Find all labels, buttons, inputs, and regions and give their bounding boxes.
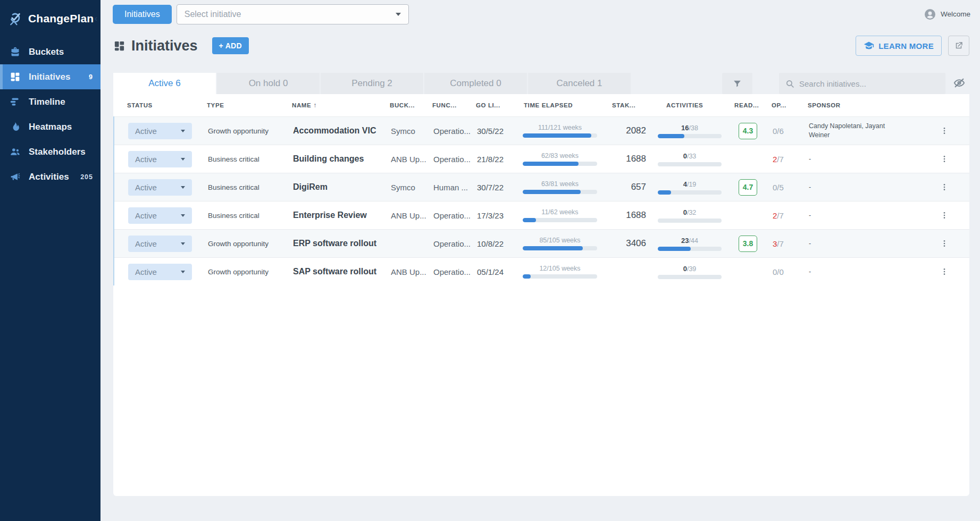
function-cell: Operatio... <box>433 127 477 136</box>
time-elapsed-fill <box>523 218 536 222</box>
status-select[interactable]: Active <box>128 264 192 280</box>
col-time-elapsed[interactable]: TIME ELAPSED <box>522 102 612 108</box>
col-go-live[interactable]: GO LI... <box>476 102 522 108</box>
col-status[interactable]: STATUS <box>127 102 207 108</box>
time-elapsed-fill <box>523 162 579 166</box>
status-cell: Active <box>128 236 208 252</box>
initiative-name[interactable]: Accommodation VIC <box>293 126 391 136</box>
activities-track <box>658 275 722 279</box>
col-type[interactable]: TYPE <box>207 102 292 108</box>
initiative-name[interactable]: Building changes <box>293 154 391 164</box>
filter-button[interactable] <box>722 73 752 94</box>
status-select[interactable]: Active <box>128 207 192 224</box>
initiative-name[interactable]: SAP software rollout <box>293 267 391 276</box>
activities-track <box>658 134 722 138</box>
row-menu-button[interactable] <box>936 264 952 280</box>
tab-pending[interactable]: Pending 2 <box>321 73 423 94</box>
row-menu-button[interactable] <box>936 179 952 195</box>
initiatives-scope-button[interactable]: Initiatives <box>113 5 172 24</box>
time-elapsed-cell: 62/83 weeks <box>523 152 613 166</box>
tab-active[interactable]: Active 6 <box>113 73 216 94</box>
initiative-name[interactable]: ERP software rollout <box>293 239 391 248</box>
sidebar: ChangePlan ‹ Buckets Initiatives 9 Timel… <box>0 0 100 521</box>
row-menu-button[interactable] <box>936 151 952 167</box>
welcome-label: Welcome <box>941 10 970 18</box>
tab-on-hold[interactable]: On hold 0 <box>217 73 320 94</box>
row-menu-button[interactable] <box>936 236 952 251</box>
sidebar-collapse-icon[interactable]: ‹ <box>95 14 97 23</box>
row-menu-button[interactable] <box>936 123 952 139</box>
readiness-cell <box>731 264 773 280</box>
sidebar-item-timeline[interactable]: Timeline <box>0 89 100 114</box>
bucket-cell: ANB Up... <box>391 155 433 164</box>
initiative-name[interactable]: Enterprise Review <box>293 211 391 220</box>
table-body: Active Growth opportunity Accommodation … <box>113 116 969 285</box>
kebab-menu-icon <box>940 155 949 163</box>
col-name[interactable]: NAME↑ <box>292 102 390 109</box>
menu-cell <box>936 151 965 167</box>
function-cell: Human ... <box>433 183 477 192</box>
readiness-cell: 3.8 <box>731 236 773 252</box>
sidebar-item-stakeholders[interactable]: Stakeholders <box>0 139 100 164</box>
learn-more-button[interactable]: LEARN MORE <box>856 36 942 56</box>
activities-cell: 0/33 <box>654 152 731 166</box>
hide-columns-button[interactable] <box>952 77 966 90</box>
sidebar-item-heatmaps[interactable]: Heatmaps <box>0 114 100 139</box>
stakeholders-count: 1688 <box>613 210 654 221</box>
activities-cell: 16/38 <box>654 124 731 138</box>
menu-cell <box>936 179 965 195</box>
user-menu[interactable]: Welcome <box>924 8 970 21</box>
status-select[interactable]: Active <box>128 123 192 139</box>
kebab-menu-icon <box>940 127 949 135</box>
status-value: Active <box>135 183 157 192</box>
time-elapsed-track <box>523 246 597 250</box>
add-initiative-button[interactable]: + ADD <box>212 37 249 54</box>
kebab-menu-icon <box>940 183 949 191</box>
time-elapsed-label: 63/81 weeks <box>541 180 579 188</box>
col-readiness[interactable]: READ... <box>730 102 772 108</box>
stakeholders-count: 2082 <box>613 125 654 136</box>
tab-canceled[interactable]: Canceled 1 <box>528 73 631 94</box>
row-menu-button[interactable] <box>936 207 952 223</box>
sponsor-cell: - <box>809 183 899 192</box>
col-sponsor[interactable]: SPONSOR <box>808 102 936 108</box>
open-external-button[interactable] <box>948 36 969 56</box>
sidebar-item-activities[interactable]: Activities 205 <box>0 164 100 189</box>
activities-fill <box>658 247 691 251</box>
col-function[interactable]: FUNC... <box>432 102 476 108</box>
type-cell: Growth opportunity <box>208 127 293 135</box>
activities-track <box>658 219 722 223</box>
open-activities-total: /0 <box>777 267 784 276</box>
initiative-name[interactable]: DigiRem <box>293 182 391 192</box>
col-bucket[interactable]: BUCK... <box>390 102 432 108</box>
table-row: Active Business critical Building change… <box>114 145 969 173</box>
col-stakeholders[interactable]: STAK... <box>612 102 652 108</box>
search-input[interactable] <box>799 79 939 88</box>
status-cell: Active <box>128 179 208 196</box>
activities-label: 0/32 <box>683 208 697 216</box>
activities-track <box>658 162 722 166</box>
menu-cell <box>936 236 965 251</box>
readiness-badge: 4.7 <box>739 179 757 196</box>
sidebar-item-initiatives[interactable]: Initiatives 9 <box>0 64 100 89</box>
status-select[interactable]: Active <box>128 151 192 167</box>
status-value: Active <box>135 267 157 276</box>
sidebar-item-buckets[interactable]: Buckets <box>0 39 100 64</box>
activities-cell: 0/32 <box>654 208 731 223</box>
app-root: ChangePlan ‹ Buckets Initiatives 9 Timel… <box>0 0 980 521</box>
time-elapsed-fill <box>523 190 581 194</box>
logo: ChangePlan ‹ <box>0 0 100 39</box>
external-link-icon <box>954 41 964 51</box>
tab-completed[interactable]: Completed 0 <box>424 73 527 94</box>
status-select[interactable]: Active <box>128 236 192 252</box>
function-cell: Operatio... <box>433 267 477 276</box>
col-open[interactable]: OP... <box>772 102 808 108</box>
people-icon <box>10 146 21 157</box>
time-elapsed-label: 111/121 weeks <box>538 124 582 131</box>
graduation-cap-icon <box>864 40 874 51</box>
sidebar-item-label: Stakeholders <box>29 147 86 157</box>
time-elapsed-fill <box>523 133 591 138</box>
col-activities[interactable]: ACTIVITIES <box>652 102 730 108</box>
select-initiative-dropdown[interactable]: Select initiative <box>177 4 409 24</box>
status-select[interactable]: Active <box>128 179 192 196</box>
